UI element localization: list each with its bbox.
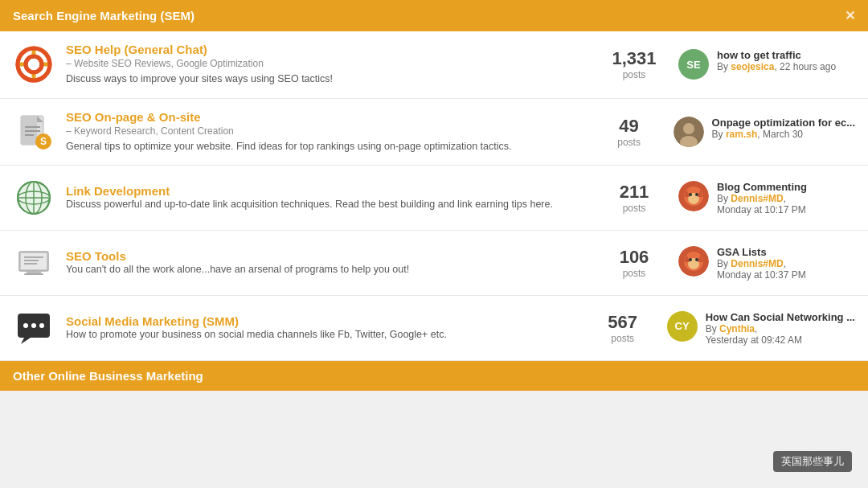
smm-last-username[interactable]: Cynthia <box>719 323 755 334</box>
smm-info: Social Media Marketing (SMM) How to prom… <box>66 314 579 342</box>
seo-general-last-post-info: how to get traffic By seojesica, 22 hour… <box>717 49 836 72</box>
svg-point-48 <box>23 323 28 328</box>
seo-general-last-post: SE how to get traffic By seojesica, 22 h… <box>678 49 855 80</box>
smm-title[interactable]: Social Media Marketing (SMM) <box>66 314 579 328</box>
link-dev-icon <box>13 177 55 219</box>
smm-avatar: CY <box>667 311 698 342</box>
seo-general-last-meta: By seojesica, 22 hours ago <box>717 61 836 72</box>
smm-desc: How to promote your business on social m… <box>66 328 579 342</box>
seo-general-avatar: SE <box>678 49 709 80</box>
smm-last-time: Yesterday at 09:42 AM <box>706 334 802 346</box>
svg-rect-35 <box>24 273 43 275</box>
smm-avatar-text: CY <box>675 320 690 332</box>
forum-row-smm: Social Media Marketing (SMM) How to prom… <box>0 296 868 361</box>
seo-onpage-last-post-info: Onpage optimization for ec... By ram.sh,… <box>712 117 855 140</box>
link-dev-avatar <box>678 181 709 211</box>
seo-general-avatar-text: SE <box>686 59 700 71</box>
seo-tools-last-post-info: GSA Lists By Dennis#MD,Monday at 10:37 P… <box>717 246 806 281</box>
seo-onpage-post-count: 49 <box>601 116 657 137</box>
svg-rect-33 <box>21 253 47 269</box>
svg-marker-47 <box>21 338 31 344</box>
other-section-header: Other Online Business Marketing <box>0 361 868 391</box>
seo-tools-last-time: Monday at 10:37 PM <box>717 269 806 281</box>
seo-general-desc: Discuss ways to improve your sites ways … <box>66 72 590 87</box>
seo-general-last-time: 22 hours ago <box>780 61 836 72</box>
seo-tools-last-post: GSA Lists By Dennis#MD,Monday at 10:37 P… <box>678 246 855 281</box>
sem-section: Search Engine Marketing (SEM) ✕ <box>0 0 868 361</box>
link-dev-last-post-info: Blog Commenting By Dennis#MD,Monday at 1… <box>717 181 807 215</box>
link-dev-last-username[interactable]: Dennis#MD <box>731 193 783 204</box>
svg-point-44 <box>689 258 692 261</box>
smm-last-post: CY How Can Social Networking ... By Cynt… <box>667 311 855 346</box>
seo-general-stats: 1,331 posts <box>606 48 662 80</box>
forum-row-seo-general: SEO Help (General Chat) – Website SEO Re… <box>0 31 868 99</box>
seo-tools-info: SEO Tools You can't do all the work alon… <box>66 249 590 277</box>
link-dev-posts-label: posts <box>606 203 662 214</box>
close-icon[interactable]: ✕ <box>845 8 855 23</box>
svg-text:S: S <box>40 136 47 147</box>
forum-row-link-dev: Link Development Discuss powerful and up… <box>0 166 868 231</box>
seo-tools-icon <box>13 242 55 284</box>
seo-onpage-last-title[interactable]: Onpage optimization for ec... <box>712 117 855 129</box>
seo-tools-last-title[interactable]: GSA Lists <box>717 246 806 258</box>
smm-last-post-info: How Can Social Networking ... By Cynthia… <box>706 311 855 346</box>
smm-post-count: 567 <box>595 312 651 333</box>
smm-icon <box>13 307 55 349</box>
forum-row-seo-onpage: S SEO On-page & On-site – Keyword Resear… <box>0 99 868 166</box>
seo-onpage-icon: S <box>13 111 55 153</box>
other-section-title: Other Online Business Marketing <box>13 369 203 383</box>
forum-row-seo-tools: SEO Tools You can't do all the work alon… <box>0 231 868 296</box>
seo-tools-stats: 106 posts <box>606 247 662 279</box>
seo-onpage-last-time: March 30 <box>763 129 803 140</box>
seo-onpage-last-username[interactable]: ram.sh <box>726 129 757 140</box>
seo-general-icon <box>13 43 55 85</box>
link-dev-info: Link Development Discuss powerful and up… <box>66 184 590 212</box>
link-dev-last-post: Blog Commenting By Dennis#MD,Monday at 1… <box>678 181 855 215</box>
svg-rect-34 <box>27 271 41 273</box>
smm-stats: 567 posts <box>595 312 651 344</box>
sem-section-title: Search Engine Marketing (SEM) <box>13 9 194 23</box>
seo-onpage-desc: General tips to optimize your website. F… <box>66 140 585 154</box>
svg-point-45 <box>695 258 698 261</box>
seo-general-title[interactable]: SEO Help (General Chat) <box>66 43 590 56</box>
smm-last-meta: By Cynthia,Yesterday at 09:42 AM <box>706 323 855 346</box>
link-dev-last-meta: By Dennis#MD,Monday at 10:17 PM <box>717 193 807 215</box>
svg-point-17 <box>683 123 694 134</box>
seo-tools-desc: You can't do all the work alone...have a… <box>66 263 590 277</box>
link-dev-last-time: Monday at 10:17 PM <box>717 204 806 215</box>
seo-tools-post-count: 106 <box>606 247 662 268</box>
link-dev-stats: 211 posts <box>606 182 662 214</box>
svg-point-30 <box>689 193 692 196</box>
seo-onpage-stats: 49 posts <box>601 116 657 148</box>
sem-section-header: Search Engine Marketing (SEM) ✕ <box>0 0 868 31</box>
seo-general-info: SEO Help (General Chat) – Website SEO Re… <box>66 43 590 87</box>
seo-onpage-title[interactable]: SEO On-page & On-site <box>66 110 585 124</box>
link-dev-last-title[interactable]: Blog Commenting <box>717 181 807 193</box>
seo-general-posts-label: posts <box>606 69 662 80</box>
link-dev-desc: Discuss powerful and up-to-date link acq… <box>66 198 590 212</box>
seo-tools-last-username[interactable]: Dennis#MD <box>731 258 783 269</box>
svg-point-49 <box>31 323 36 328</box>
other-section: Other Online Business Marketing <box>0 361 868 391</box>
seo-general-post-count: 1,331 <box>606 48 662 69</box>
seo-onpage-last-meta: By ram.sh, March 30 <box>712 129 855 140</box>
seo-tools-title[interactable]: SEO Tools <box>66 249 590 263</box>
smm-last-title[interactable]: How Can Social Networking ... <box>706 311 855 323</box>
seo-onpage-posts-label: posts <box>601 137 657 148</box>
seo-onpage-info: SEO On-page & On-site – Keyword Research… <box>66 110 585 154</box>
seo-onpage-avatar <box>674 117 704 147</box>
seo-general-subtitle: – Website SEO Reviews, Google Optimizati… <box>66 58 590 69</box>
seo-tools-last-meta: By Dennis#MD,Monday at 10:37 PM <box>717 258 806 281</box>
seo-tools-posts-label: posts <box>606 268 662 279</box>
svg-point-31 <box>695 193 698 196</box>
link-dev-post-count: 211 <box>606 182 662 203</box>
seo-tools-avatar <box>678 246 709 277</box>
seo-general-last-username[interactable]: seojesica <box>731 61 774 72</box>
link-dev-title[interactable]: Link Development <box>66 184 590 198</box>
svg-point-7 <box>26 56 42 72</box>
seo-onpage-subtitle: – Keyword Research, Content Creation <box>66 125 585 137</box>
seo-onpage-last-post: Onpage optimization for ec... By ram.sh,… <box>674 117 855 147</box>
smm-posts-label: posts <box>595 333 651 344</box>
seo-general-last-title[interactable]: how to get traffic <box>717 49 836 61</box>
svg-point-50 <box>39 323 44 328</box>
